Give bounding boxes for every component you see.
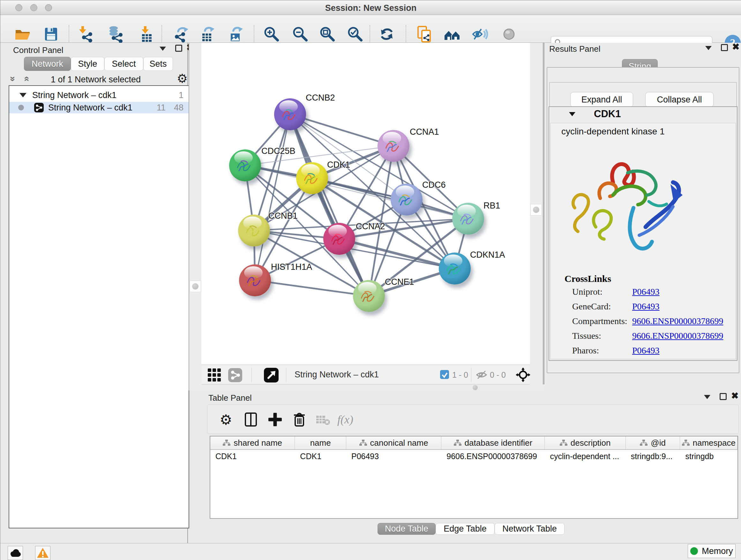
import-network-from-database-icon[interactable] [107,24,125,44]
export-table-icon[interactable] [199,24,216,44]
create-column-icon[interactable] [265,409,285,430]
column-header-shared-name[interactable]: shared name [210,436,295,449]
tab-sets[interactable]: Sets [143,57,173,71]
column-header-database-identifier[interactable]: database identifier [441,436,545,449]
crosshair-icon[interactable] [516,368,530,383]
network-share-gray-icon[interactable] [228,368,242,383]
table-cell[interactable]: P06493 [346,450,441,463]
network-node-ccna1[interactable] [378,130,409,162]
selected-checkbox-icon[interactable] [440,370,449,380]
show-columns-icon[interactable] [241,409,261,430]
network-node-ccnb1[interactable] [238,214,270,246]
table-data-row[interactable]: CDK1CDK1P064939606.ENSP00000378699cyclin… [210,450,738,463]
toolbar-separator [406,25,406,43]
crosslink-value-link[interactable]: P06493 [632,301,660,312]
zoom-out-icon[interactable] [291,24,309,44]
network-node-ccne1[interactable] [353,280,385,312]
zoom-fit-icon[interactable] [319,24,336,44]
table-panel-float-icon[interactable] [720,393,727,400]
cloud-icon[interactable] [8,546,23,560]
control-panel-float-icon[interactable] [175,45,182,52]
network-node-rb1[interactable] [452,203,484,235]
function-builder-icon[interactable]: f(x) [335,409,355,430]
zoom-selected-icon[interactable] [346,24,364,44]
results-panel-menu-icon[interactable] [705,46,712,50]
node-label-cdc6: CDC6 [422,180,446,190]
table-settings-gear-icon[interactable]: ⚙ [216,409,236,430]
table-cell[interactable]: CDK1 [210,450,295,463]
apply-preferred-layout-icon[interactable] [378,24,396,44]
table-cell[interactable]: stringdb [680,450,738,463]
zoom-in-icon[interactable] [263,24,280,44]
protein-structure-thumbnail [245,271,265,289]
crosslink-value-link[interactable]: 9606.ENSP00000378699 [632,331,723,341]
results-panel-close-icon[interactable]: ✖ [732,44,739,51]
right-splitter[interactable] [530,43,543,390]
crosslink-value-link[interactable]: 9606.ENSP00000378699 [632,316,723,326]
network-collection-row[interactable]: String Network – cdk1 1 [9,89,189,101]
left-splitter[interactable] [189,43,201,390]
network-node-cdc25b[interactable] [229,149,261,181]
memory-button[interactable]: Memory [688,544,736,558]
table-panel-close-icon[interactable]: ✖ [731,392,738,399]
collection-expand-icon[interactable] [19,93,26,98]
node-label-hist1h1a: HIST1H1A [271,262,312,272]
grid-view-icon[interactable] [208,368,221,383]
tab-network-table[interactable]: Network Table [495,523,564,535]
network-node-ccna2[interactable] [323,223,355,255]
delete-table-icon[interactable] [313,409,333,430]
new-network-from-selection-icon[interactable] [415,24,433,44]
expand-all-button[interactable]: Expand All [570,92,633,107]
right-splitter-handle[interactable] [530,204,542,215]
delete-columns-trash-icon[interactable] [289,409,310,430]
import-table-from-file-icon[interactable] [138,24,155,44]
horizontal-splitter-handle[interactable] [473,385,478,390]
export-network-icon[interactable] [172,24,190,44]
control-panel-menu-icon[interactable] [159,47,166,51]
tab-node-table[interactable]: Node Table [378,523,435,535]
column-header-description[interactable]: description [545,436,625,449]
column-header-name[interactable]: name [295,436,346,449]
network-node-ccnb2[interactable] [274,98,306,130]
column-header--id[interactable]: @id [626,436,680,449]
network-node-count: 11 [157,103,165,113]
results-panel-float-icon[interactable] [721,44,728,51]
network-tree: String Network – cdk1 1 String Network –… [9,85,189,528]
tab-select[interactable]: Select [105,57,143,71]
column-header-canonical-name[interactable]: canonical name [346,436,441,449]
table-cell[interactable]: stringdb:9... [626,450,680,463]
node-section-collapse-icon[interactable] [569,112,576,116]
network-node-cdkn1a[interactable] [439,253,471,285]
table-cell[interactable]: CDK1 [295,450,346,463]
crosslink-value-link[interactable]: P06493 [632,346,660,356]
home-icon[interactable] [443,24,461,44]
node-result-content: cyclin-dependent kinase 1 [550,123,736,359]
save-session-icon[interactable] [42,24,60,44]
export-image-icon[interactable] [227,24,245,44]
network-node-cdc6[interactable] [391,184,422,215]
table-panel-menu-icon[interactable] [704,395,711,399]
tab-network[interactable]: Network [24,57,71,71]
left-splitter-handle[interactable] [190,281,201,292]
column-header-namespace[interactable]: namespace [680,436,738,449]
crosslink-value-link[interactable]: P06493 [632,287,660,297]
network-node-cdk1[interactable] [296,162,328,194]
table-cell[interactable]: 9606.ENSP00000378699 [441,450,545,463]
tab-style[interactable]: Style [71,57,105,71]
warning-icon[interactable] [35,546,51,560]
open-session-icon[interactable] [14,24,31,44]
network-edge[interactable] [255,280,369,296]
collapse-all-button[interactable]: Collapse All [645,92,714,107]
tab-edge-table[interactable]: Edge Table [435,523,495,535]
network-canvas[interactable]: CCNB2CCNA1CDC25BCDK1CDC6RB1CCNB1CCNA2CDK… [201,43,530,365]
birdseye-view-icon[interactable] [264,368,279,384]
import-network-from-file-icon[interactable] [77,24,95,44]
network-options-gear-icon[interactable]: ⚙ [177,73,188,84]
network-row-selected[interactable]: String Network – cdk1 11 48 [9,102,189,113]
table-cell[interactable]: cyclin-dependent ... [545,450,625,463]
show-graphics-details-icon[interactable] [471,24,489,44]
hide-graphics-details-icon[interactable] [500,24,518,44]
network-node-hist1h1a[interactable] [239,264,271,296]
hidden-eye-icon[interactable] [476,370,487,381]
node-attribute-table[interactable]: shared namenamecanonical namedatabase id… [210,436,738,519]
